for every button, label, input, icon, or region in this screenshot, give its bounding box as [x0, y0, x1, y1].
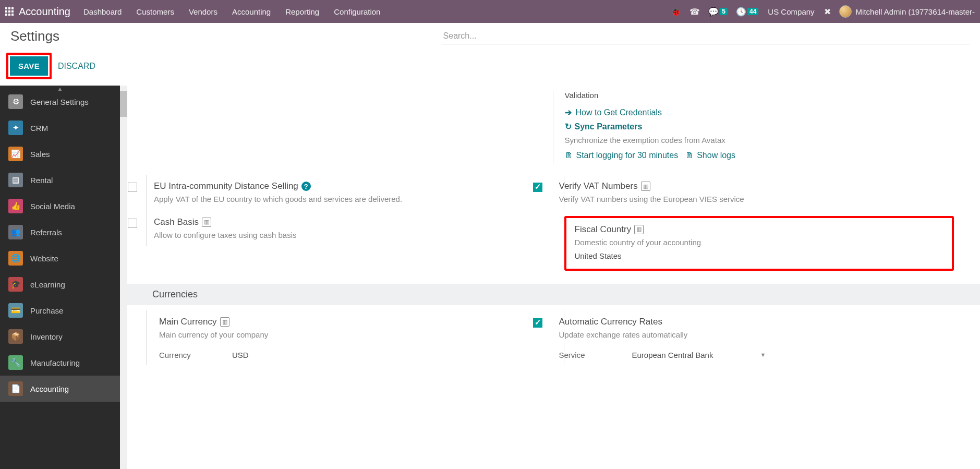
fiscal-country-value[interactable]: United States	[575, 251, 944, 260]
content-scrollbar-thumb[interactable]	[120, 91, 127, 117]
fiscal-country-title: Fiscal Country	[575, 224, 632, 235]
support-icon[interactable]: ☎	[689, 7, 700, 17]
sidebar-item-label: General Settings	[30, 98, 89, 106]
highlight-fiscal-country: Fiscal Country ▥ Domestic country of you…	[564, 216, 954, 271]
main-currency-title: Main Currency	[159, 317, 217, 327]
discard-button[interactable]: DISCARD	[52, 56, 102, 76]
sidebar-item-label: Website	[30, 254, 58, 263]
nav-dashboard[interactable]: Dashboard	[83, 7, 122, 16]
cash-basis-desc: Allow to configure taxes using cash basi…	[154, 230, 296, 242]
page-toolbar: Settings	[0, 23, 980, 50]
section-currencies: Currencies	[127, 284, 980, 305]
action-row: SAVE DISCARD	[0, 50, 980, 86]
chat-badge: 5	[720, 8, 728, 15]
sidebar-item-label: Inventory	[30, 332, 63, 341]
sidebar-item-label: Social Media	[30, 202, 75, 211]
sidebar-item-label: Rental	[30, 176, 53, 185]
sidebar-icon: ▤	[8, 173, 23, 187]
eu-distance-desc: Apply VAT of the EU country to which goo…	[154, 194, 402, 206]
sidebar-item-label: CRM	[30, 124, 48, 133]
sidebar-item-elearning[interactable]: 🎓eLearning	[0, 271, 120, 297]
building-icon: ▥	[202, 218, 211, 227]
sidebar-icon: 👥	[8, 225, 23, 239]
how-to-credentials-link[interactable]: ➔ How to Get Credentials	[565, 107, 954, 117]
cash-basis-title: Cash Basis	[154, 217, 199, 227]
sync-parameters-link[interactable]: ↻ Sync Parameters	[565, 122, 954, 131]
sidebar-item-social-media[interactable]: 👍Social Media	[0, 193, 120, 219]
nav-reporting[interactable]: Reporting	[285, 7, 319, 16]
sidebar-icon: 🌐	[8, 251, 23, 266]
sidebar-icon: ⚙	[8, 94, 23, 109]
company-selector[interactable]: US Company	[768, 7, 814, 16]
bug-icon[interactable]: 🐞	[671, 7, 681, 17]
verify-vat-desc: Verify VAT numbers using the European VI…	[559, 194, 744, 206]
sidebar-scroll-up[interactable]: ▲	[0, 86, 120, 93]
sidebar-icon: 🔧	[8, 355, 23, 370]
sidebar-item-label: Manufacturing	[30, 358, 80, 367]
validation-label: Validation	[565, 91, 954, 100]
sidebar-item-label: eLearning	[30, 280, 65, 289]
highlight-save: SAVE	[6, 53, 52, 79]
search-input[interactable]	[442, 28, 970, 44]
help-icon[interactable]: ?	[301, 182, 311, 191]
sidebar-item-accounting[interactable]: 📄Accounting	[0, 376, 120, 402]
arrow-right-icon: ➔	[565, 107, 572, 117]
document-icon: 🗎	[565, 151, 573, 160]
tools-icon[interactable]: ✖	[824, 7, 831, 17]
chat-icon[interactable]: 💬5	[708, 7, 728, 17]
eu-distance-checkbox[interactable]	[128, 183, 137, 192]
settings-content: Validation ➔ How to Get Credentials ↻ Sy…	[127, 86, 980, 469]
sidebar-item-rental[interactable]: ▤Rental	[0, 167, 120, 193]
sync-desc: Synchronize the exemption codes from Ava…	[565, 136, 954, 145]
auto-rates-checkbox[interactable]	[533, 318, 542, 328]
sidebar-icon: 👍	[8, 199, 23, 213]
sidebar-item-purchase[interactable]: 💳Purchase	[0, 297, 120, 323]
sidebar-icon: 🎓	[8, 277, 23, 292]
auto-rates-title: Automatic Currency Rates	[559, 317, 662, 327]
nav-customers[interactable]: Customers	[136, 7, 174, 16]
eu-distance-title: EU Intra-community Distance Selling	[154, 181, 298, 191]
nav-accounting[interactable]: Accounting	[232, 7, 271, 16]
service-field[interactable]: Service European Central Bank ▼	[559, 351, 954, 359]
cash-basis-checkbox[interactable]	[128, 219, 137, 228]
user-menu[interactable]: Mitchell Admin (19773614-master-	[839, 5, 975, 18]
sidebar-icon: 📄	[8, 381, 23, 396]
avatar	[839, 5, 852, 18]
refresh-icon: ↻	[565, 122, 572, 131]
sidebar-icon: ✦	[8, 121, 23, 135]
currency-field[interactable]: Currency USD	[159, 351, 543, 359]
user-name: Mitchell Admin (19773614-master-	[856, 7, 975, 16]
sidebar-item-referrals[interactable]: 👥Referrals	[0, 219, 120, 245]
sidebar-item-label: Referrals	[30, 228, 62, 237]
settings-sidebar: ▲ ⚙General Settings✦CRM📈Sales▤Rental👍Soc…	[0, 86, 120, 469]
sidebar-icon: 💳	[8, 303, 23, 318]
top-navbar: Accounting Dashboard Customers Vendors A…	[0, 0, 980, 23]
clock-badge: 44	[747, 8, 758, 15]
show-logs-link[interactable]: 🗎Show logs	[685, 151, 735, 160]
sidebar-item-label: Sales	[30, 150, 50, 159]
building-icon: ▥	[220, 317, 229, 327]
sidebar-icon: 📦	[8, 329, 23, 344]
content-scrollbar-track	[120, 86, 127, 469]
sidebar-item-label: Accounting	[30, 384, 69, 393]
sidebar-item-sales[interactable]: 📈Sales	[0, 141, 120, 167]
main-currency-desc: Main currency of your company	[159, 329, 543, 341]
verify-vat-title: Verify VAT Numbers	[559, 181, 638, 191]
sidebar-item-label: Purchase	[30, 306, 63, 315]
fiscal-country-desc: Domestic country of your accounting	[575, 237, 944, 249]
verify-vat-checkbox[interactable]	[533, 183, 542, 192]
sidebar-item-manufacturing[interactable]: 🔧Manufacturing	[0, 350, 120, 376]
sidebar-item-inventory[interactable]: 📦Inventory	[0, 323, 120, 350]
sidebar-item-website[interactable]: 🌐Website	[0, 245, 120, 271]
nav-vendors[interactable]: Vendors	[189, 7, 217, 16]
app-brand[interactable]: Accounting	[19, 6, 70, 18]
apps-icon[interactable]	[5, 7, 14, 16]
auto-rates-desc: Update exchange rates automatically	[559, 329, 954, 341]
nav-configuration[interactable]: Configuration	[334, 7, 380, 16]
document-icon: 🗎	[685, 151, 694, 160]
save-button[interactable]: SAVE	[10, 56, 48, 76]
clock-icon[interactable]: 🕓44	[736, 7, 758, 17]
building-icon: ▥	[641, 182, 650, 191]
sidebar-item-crm[interactable]: ✦CRM	[0, 115, 120, 141]
start-logging-link[interactable]: 🗎Start logging for 30 minutes	[565, 151, 679, 160]
